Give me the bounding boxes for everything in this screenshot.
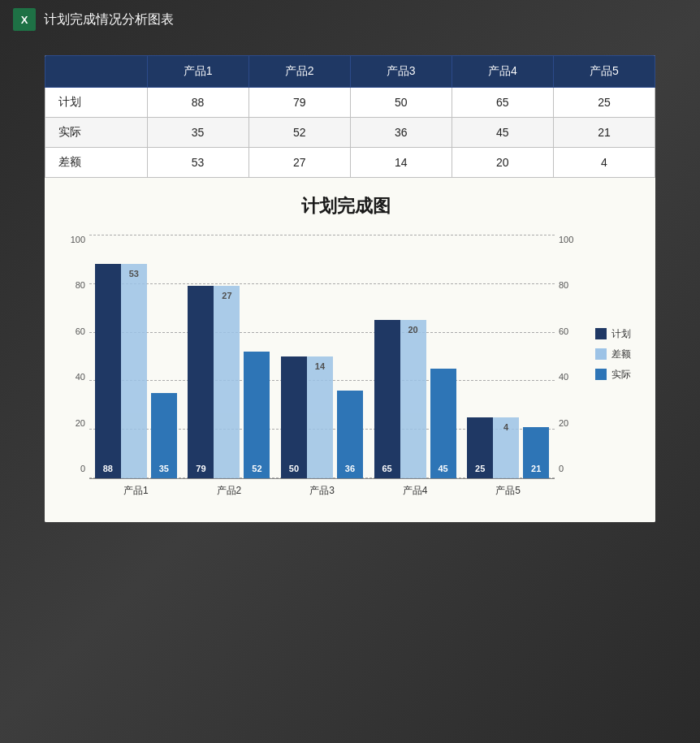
row-label-计划: 计划 xyxy=(45,88,148,118)
combined-bar-wrapper: 5014 xyxy=(281,356,333,478)
legend-item-plan: 计划 xyxy=(595,327,631,341)
y-axis-label-left: 100 xyxy=(71,235,85,244)
y-axis-label-right: 20 xyxy=(559,418,568,428)
diff-bar-label: 27 xyxy=(222,291,231,300)
table-cell: 25 xyxy=(553,88,655,118)
table-row: 计划8879506525 xyxy=(45,88,655,118)
table-cell: 79 xyxy=(248,88,350,118)
x-label-产品1: 产品1 xyxy=(111,484,160,498)
chart-with-axes: 020406080100 020406080100 88533579275250… xyxy=(61,235,583,498)
table-cell: 27 xyxy=(248,148,350,178)
table-cell: 50 xyxy=(350,88,452,118)
row-label-差额: 差额 xyxy=(45,148,148,178)
legend-color-plan xyxy=(595,328,607,339)
legend-label-actual: 实际 xyxy=(611,368,631,382)
actual-bar: 21 xyxy=(523,427,549,478)
actual-bar-label: 35 xyxy=(159,464,169,473)
table-row: 差额532714204 xyxy=(45,148,655,178)
legend-label-diff: 差额 xyxy=(611,348,631,361)
table-cell: 4 xyxy=(553,148,655,178)
combined-bar-wrapper: 7927 xyxy=(188,286,240,478)
y-axis-label-right: 100 xyxy=(559,235,573,244)
actual-bar-label: 36 xyxy=(345,464,355,473)
legend-item-diff: 差额 xyxy=(595,348,631,361)
y-axis-label-right: 60 xyxy=(559,326,568,336)
combined-bar-wrapper: 254 xyxy=(467,417,519,478)
legend-color-actual xyxy=(595,369,607,380)
diff-bar-label: 20 xyxy=(408,325,417,335)
bars-row: 885335 xyxy=(95,264,177,478)
table-header-产品1: 产品1 xyxy=(147,56,248,88)
bars-row: 652045 xyxy=(374,320,456,478)
bars-row: 792752 xyxy=(188,286,270,478)
chart-inner: 88533579275250143665204525421 产品1产品2产品3产… xyxy=(89,235,555,498)
bars-row: 501436 xyxy=(281,356,363,478)
plan-bar: 50 xyxy=(281,356,307,478)
plan-bar: 79 xyxy=(188,286,214,478)
table-cell: 21 xyxy=(553,118,655,148)
x-label-产品5: 产品5 xyxy=(484,484,533,498)
y-axis-label-right: 80 xyxy=(559,280,568,290)
bars-row: 25421 xyxy=(467,417,549,478)
combined-bar-wrapper: 6520 xyxy=(374,320,426,478)
x-label-产品3: 产品3 xyxy=(297,484,346,498)
x-label-产品2: 产品2 xyxy=(205,484,253,498)
diff-bar: 53 xyxy=(121,264,147,478)
y-axis-label-left: 20 xyxy=(76,418,85,428)
chart-title: 计划完成图 xyxy=(61,194,631,218)
table-cell: 36 xyxy=(350,118,452,148)
legend-color-diff xyxy=(595,348,607,360)
table-body: 计划8879506525实际3552364521差额532714204 xyxy=(45,88,655,178)
y-axis-right: 020406080100 xyxy=(555,235,583,473)
diff-bar: 14 xyxy=(307,356,333,478)
plan-bar-label: 25 xyxy=(475,464,485,473)
plan-bar: 65 xyxy=(374,320,400,478)
y-axis-label-right: 40 xyxy=(559,372,568,382)
table-header-row: 产品1产品2产品3产品4产品5 xyxy=(45,56,655,88)
bars-container: 88533579275250143665204525421 xyxy=(89,235,555,478)
top-bar: X 计划完成情况分析图表 xyxy=(0,0,700,39)
plan-bar-label: 50 xyxy=(289,464,299,473)
diff-bar: 20 xyxy=(400,320,426,478)
table-cell: 35 xyxy=(147,118,248,148)
y-axis-label-left: 40 xyxy=(76,372,85,382)
legend: 计划差额实际 xyxy=(595,327,631,382)
legend-item-actual: 实际 xyxy=(595,368,631,382)
combined-bar-wrapper: 8853 xyxy=(95,264,147,478)
plan-bar-label: 79 xyxy=(196,464,205,473)
y-axis-label-left: 80 xyxy=(76,280,85,290)
table-header-产品2: 产品2 xyxy=(248,56,350,88)
actual-bar-label: 52 xyxy=(252,464,261,473)
data-table: 产品1产品2产品3产品4产品5 计划8879506525实际3552364521… xyxy=(45,55,655,178)
table-cell: 53 xyxy=(147,148,248,178)
chart-section: 计划完成图 020406080100 020406080100 88533579… xyxy=(45,178,655,522)
bar-group-产品4: 652045 xyxy=(374,320,456,478)
actual-bar-label: 45 xyxy=(438,464,447,473)
table-cell: 20 xyxy=(452,148,553,178)
table-row: 实际3552364521 xyxy=(45,118,655,148)
table-cell: 45 xyxy=(452,118,553,148)
table-header-产品3: 产品3 xyxy=(350,56,452,88)
table-cell: 88 xyxy=(147,88,248,118)
excel-icon: X xyxy=(13,8,36,31)
table-cell: 14 xyxy=(350,148,452,178)
y-axis-label-right: 0 xyxy=(559,464,564,473)
actual-bar: 52 xyxy=(244,352,270,478)
diff-bar-label: 53 xyxy=(129,269,139,279)
app-title: 计划完成情况分析图表 xyxy=(44,11,174,28)
bar-group-产品3: 501436 xyxy=(281,356,363,478)
bar-group-产品5: 25421 xyxy=(467,417,549,478)
table-header-empty xyxy=(45,56,148,88)
actual-bar: 36 xyxy=(337,391,363,478)
diff-bar: 4 xyxy=(493,417,519,478)
x-axis-line xyxy=(89,478,555,479)
actual-bar: 35 xyxy=(151,393,177,478)
table-cell: 52 xyxy=(248,118,350,148)
plan-bar-label: 88 xyxy=(103,464,113,473)
plan-bar: 25 xyxy=(467,417,493,478)
table-header-产品4: 产品4 xyxy=(452,56,553,88)
legend-label-plan: 计划 xyxy=(611,327,631,341)
y-axis-left: 020406080100 xyxy=(61,235,89,473)
plan-bar: 88 xyxy=(95,264,121,478)
y-axis-label-left: 0 xyxy=(80,464,85,473)
